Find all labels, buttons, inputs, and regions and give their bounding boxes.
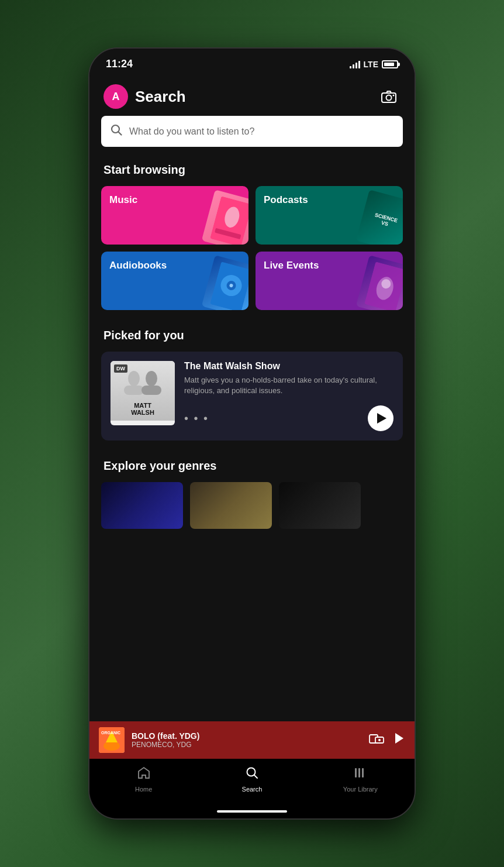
svg-text:ORGANIC: ORGANIC (101, 731, 120, 735)
bottom-nav: Home Search (89, 759, 415, 804)
svg-rect-18 (141, 386, 161, 395)
svg-line-28 (254, 775, 257, 778)
svg-rect-30 (358, 768, 360, 777)
svg-point-1 (386, 95, 392, 101)
play-icon (377, 413, 386, 424)
svg-point-16 (146, 371, 157, 386)
home-indicator (89, 804, 415, 818)
status-time: 11:24 (106, 58, 133, 70)
battery-icon (382, 60, 398, 68)
audiobooks-label: Audiobooks (109, 260, 167, 271)
page-title: Search (135, 88, 186, 106)
scroll-content: A Search (89, 75, 415, 721)
device-connect-icon[interactable] (369, 732, 384, 748)
home-icon (137, 766, 151, 783)
status-icons: LTE (350, 60, 398, 69)
genres-section (89, 482, 415, 534)
now-playing-actions (369, 732, 405, 748)
search-icon (111, 124, 122, 139)
header-left: A Search (103, 84, 186, 109)
svg-rect-0 (382, 93, 396, 102)
svg-point-2 (393, 95, 395, 97)
picked-thumbnail: DW MATTWALSH (111, 361, 175, 425)
library-label: Your Library (343, 786, 378, 793)
search-header: A Search (89, 75, 415, 116)
home-label: Home (135, 786, 152, 793)
now-playing-artist: PENOMECO, YDG (132, 741, 362, 749)
svg-point-15 (128, 371, 140, 386)
phone-outer: 11:24 LTE (0, 0, 504, 867)
now-playing-thumbnail: ORGANIC (99, 727, 125, 753)
search-nav-icon (245, 766, 259, 783)
battery-fill (384, 63, 394, 66)
thumb-people-icon (111, 366, 175, 395)
status-bar: 11:24 LTE (89, 49, 415, 75)
svg-rect-31 (362, 768, 364, 777)
picked-card[interactable]: DW MATTWALSH (101, 352, 403, 441)
browse-card-podcasts[interactable]: Podcasts SCIENCEVS (256, 186, 403, 245)
picked-info: The Matt Walsh Show Matt gives you a no-… (184, 361, 393, 431)
home-bar (217, 810, 287, 813)
picked-section-title: Picked for you (89, 324, 415, 352)
more-options-button[interactable]: • • • (184, 412, 209, 425)
music-art (202, 190, 248, 245)
svg-marker-26 (395, 733, 403, 744)
now-playing-info: BOLO (feat. YDG) PENOMECO, YDG (132, 731, 362, 749)
search-placeholder: What do you want to listen to? (129, 126, 254, 137)
phone-frame: 11:24 LTE (88, 47, 416, 820)
picked-section: DW MATTWALSH (89, 352, 415, 455)
podcasts-label: Podcasts (264, 194, 308, 206)
genres-row (101, 482, 403, 529)
search-nav-label: Search (242, 786, 263, 793)
now-playing-bar[interactable]: ORGANIC BOLO (feat. YDG) PENOMECO, YDG (89, 721, 415, 759)
browse-card-audiobooks[interactable]: Audiobooks (101, 252, 248, 310)
signal-icon (350, 60, 360, 68)
play-button[interactable] (368, 405, 393, 431)
phone-screen: 11:24 LTE (89, 49, 415, 818)
now-playing-play-button[interactable] (392, 732, 405, 748)
camera-button[interactable] (377, 85, 401, 108)
search-bar[interactable]: What do you want to listen to? (101, 116, 403, 147)
svg-rect-17 (124, 386, 144, 395)
audiobooks-art (202, 255, 248, 310)
svg-point-25 (378, 739, 381, 741)
svg-line-4 (119, 132, 122, 135)
live-events-art (356, 255, 403, 310)
browse-card-music[interactable]: Music (101, 186, 248, 245)
avatar[interactable]: A (103, 84, 128, 109)
nav-item-home[interactable]: Home (123, 766, 164, 793)
nav-item-search[interactable]: Search (232, 766, 272, 793)
genre-card-dark[interactable] (279, 482, 361, 529)
genre-card-space[interactable] (101, 482, 183, 529)
browse-grid: Music Podcasts SCIEN (89, 186, 415, 324)
browse-section-title: Start browsing (89, 159, 415, 186)
lte-label: LTE (364, 60, 378, 69)
live-events-label: Live Events (264, 260, 319, 271)
search-bar-wrap: What do you want to listen to? (89, 116, 415, 159)
svg-point-20 (103, 741, 120, 751)
picked-title: The Matt Walsh Show (184, 361, 393, 371)
genre-card-ambient[interactable] (190, 482, 272, 529)
genres-section-title: Explore your genres (89, 455, 415, 482)
music-label: Music (109, 194, 137, 206)
thumb-text: MATTWALSH (131, 402, 154, 416)
picked-description: Matt gives you a no-holds-barred take on… (184, 375, 393, 396)
library-icon (353, 766, 367, 783)
browse-card-live-events[interactable]: Live Events (256, 252, 403, 310)
podcasts-art: SCIENCEVS (356, 190, 403, 245)
nav-item-library[interactable]: Your Library (340, 766, 381, 793)
now-playing-title: BOLO (feat. YDG) (132, 731, 362, 741)
svg-rect-29 (355, 768, 357, 777)
picked-actions: • • • (184, 405, 393, 431)
